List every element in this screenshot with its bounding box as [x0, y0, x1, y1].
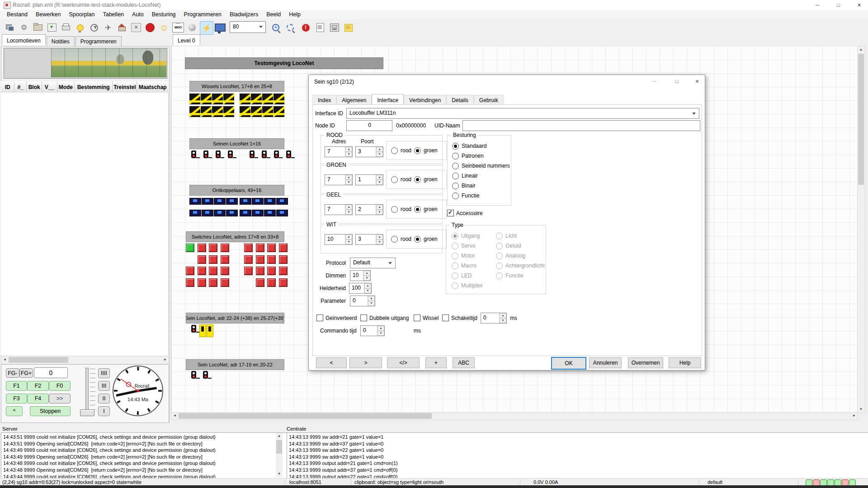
- switch-button[interactable]: [221, 278, 229, 287]
- step4-button[interactable]: IIII: [98, 368, 110, 378]
- menu-item[interactable]: Tabellen: [99, 10, 128, 19]
- index-cards-icon[interactable]: [328, 21, 341, 34]
- checkbox-icon[interactable]: [316, 314, 323, 321]
- save-icon[interactable]: [46, 21, 58, 34]
- rood-radio[interactable]: [391, 236, 398, 243]
- properties-gears-icon[interactable]: ⚙: [18, 21, 30, 34]
- left-hscrollbar[interactable]: ◄ ►: [1, 356, 169, 364]
- alert-icon[interactable]: !: [299, 21, 312, 34]
- signal-yellow-icon[interactable]: [199, 324, 206, 337]
- decoupler-icon[interactable]: [226, 198, 238, 205]
- decoupler-icon[interactable]: [226, 210, 238, 216]
- switch-button[interactable]: [256, 267, 264, 275]
- decoupler-icon[interactable]: [240, 198, 251, 205]
- scroll-up-icon[interactable]: ▲: [276, 433, 283, 439]
- menu-item[interactable]: Auto: [128, 10, 148, 19]
- throttle-slider[interactable]: [80, 367, 100, 418]
- decoupler-icon[interactable]: [252, 198, 264, 205]
- switch-button[interactable]: [267, 267, 276, 275]
- groen-poort-spinner[interactable]: 1▲▼: [355, 174, 383, 185]
- cancel-button[interactable]: Annuleren: [589, 357, 622, 368]
- scroll-right-icon[interactable]: ►: [851, 413, 858, 419]
- switch-button[interactable]: [198, 255, 206, 264]
- col-maatschappij[interactable]: Maatschap: [137, 81, 168, 93]
- signal-yellow-icon[interactable]: [207, 324, 213, 337]
- scroll-right-icon[interactable]: ►: [162, 357, 169, 363]
- switch-button[interactable]: [198, 278, 206, 287]
- switch-button[interactable]: [267, 255, 276, 264]
- dialog-tab[interactable]: Details: [446, 95, 474, 105]
- direction-button[interactable]: ^: [6, 406, 23, 416]
- monitor-icon[interactable]: [214, 21, 226, 34]
- switch-button[interactable]: [209, 244, 217, 252]
- pointer-icon[interactable]: [186, 21, 198, 34]
- turnout-icon[interactable]: [223, 94, 234, 104]
- switch-button[interactable]: [209, 255, 217, 264]
- signal-icon[interactable]: [260, 150, 272, 162]
- switch-button[interactable]: [244, 255, 253, 264]
- menu-item[interactable]: Besturing: [148, 10, 180, 19]
- emergency-stop-icon[interactable]: [144, 21, 156, 34]
- groen-adres-spinner[interactable]: 7▲▼: [325, 174, 353, 185]
- scroll-down-icon[interactable]: ▼: [276, 471, 283, 477]
- switch-button[interactable]: [256, 255, 264, 264]
- turnout-icon[interactable]: [274, 94, 284, 104]
- decoupler-icon[interactable]: [202, 210, 213, 216]
- signal-icon[interactable]: [226, 150, 238, 162]
- step3-button[interactable]: III: [98, 381, 110, 391]
- signal-icon[interactable]: [214, 150, 226, 162]
- col-mode[interactable]: Mode: [57, 81, 75, 93]
- rood-poort-spinner[interactable]: 3▲▼: [355, 146, 383, 157]
- menu-item[interactable]: Bewerken: [32, 10, 65, 19]
- switch-button[interactable]: [186, 244, 194, 252]
- col-treinstel[interactable]: Treinstel: [113, 81, 137, 93]
- turnout-icon[interactable]: [223, 106, 234, 117]
- checkbox-icon[interactable]: [414, 314, 420, 321]
- switch-button[interactable]: [221, 255, 229, 264]
- decoupler-icon[interactable]: [276, 198, 288, 205]
- radio-icon[interactable]: [452, 153, 459, 160]
- switch-button[interactable]: [256, 278, 264, 287]
- switch-button[interactable]: [267, 278, 276, 287]
- f3-button[interactable]: F3: [6, 394, 27, 404]
- apply-button[interactable]: Overnemen: [628, 357, 663, 368]
- f2-button[interactable]: F2: [27, 381, 49, 391]
- turnout-icon[interactable]: [240, 94, 250, 104]
- close-icon[interactable]: ✕: [849, 0, 868, 10]
- decoupler-icon[interactable]: [252, 210, 264, 216]
- switch-button[interactable]: [209, 278, 217, 287]
- turnout-icon[interactable]: [274, 106, 284, 117]
- scroll-down-icon[interactable]: ▼: [858, 406, 864, 413]
- checkbox-icon[interactable]: [447, 210, 454, 216]
- home-icon[interactable]: [116, 21, 128, 34]
- zoom-fit-icon[interactable]: [284, 21, 297, 34]
- decoupler-icon[interactable]: [264, 210, 276, 216]
- uid-naam-input[interactable]: [462, 120, 700, 131]
- zoom-in-icon[interactable]: +: [269, 21, 282, 34]
- col-id[interactable]: ID: [1, 81, 14, 93]
- lamp-icon[interactable]: [74, 21, 86, 34]
- checkbox-icon[interactable]: [442, 314, 449, 321]
- switch-button[interactable]: [198, 267, 206, 275]
- col-blok[interactable]: Blok: [27, 81, 42, 93]
- radio-icon[interactable]: [452, 173, 459, 179]
- checkbox-icon[interactable]: [360, 314, 367, 321]
- left-tab[interactable]: Notities: [47, 36, 75, 46]
- wit-poort-spinner[interactable]: 3▲▼: [355, 234, 383, 245]
- track-power-icon[interactable]: ⚡: [200, 21, 213, 35]
- dialog-maximize-icon[interactable]: □: [671, 77, 683, 85]
- add-button[interactable]: +: [425, 357, 447, 368]
- cancel-icon[interactable]: ×: [130, 21, 142, 34]
- geinverteerd-checkbox[interactable]: Geinverteerd: [316, 314, 357, 321]
- canvas-vscrollbar[interactable]: ▲ ▼: [857, 46, 865, 413]
- signal-icon[interactable]: [201, 371, 213, 382]
- f1-button[interactable]: F1: [6, 381, 27, 391]
- help-button[interactable]: Help: [669, 357, 701, 368]
- switch-button[interactable]: [186, 267, 194, 275]
- decoupler-icon[interactable]: [189, 210, 201, 216]
- switch-button[interactable]: [221, 267, 229, 275]
- turnout-icon[interactable]: [212, 106, 223, 117]
- server-log-scrollbar[interactable]: ▲ ▼: [276, 433, 283, 477]
- turnout-icon[interactable]: [201, 106, 212, 117]
- menu-item[interactable]: Beeld: [262, 10, 285, 19]
